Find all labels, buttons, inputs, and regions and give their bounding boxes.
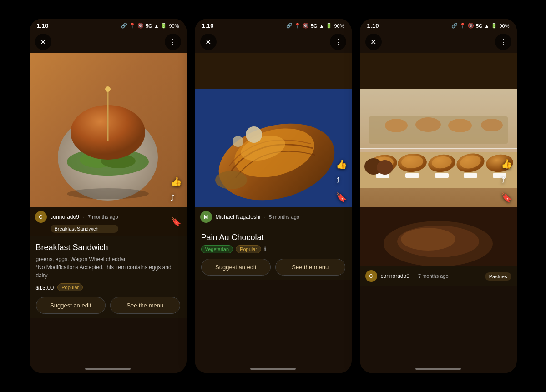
info-card-1: Breakfast Sandwich greens, eggs, Wagon W… bbox=[30, 236, 187, 318]
sandwich-image bbox=[30, 53, 187, 207]
status-bar-3: 1:10 🔗 📍 🔇 5G ▲ 🔋 90% bbox=[360, 19, 517, 31]
status-bar-1: 1:10 🔗 📍 🔇 5G ▲ 🔋 90% bbox=[30, 19, 187, 31]
close-button-3[interactable]: ✕ bbox=[365, 34, 382, 50]
location-icon: 📍 bbox=[129, 23, 136, 29]
svg-point-36 bbox=[377, 160, 393, 175]
see-menu-button-2[interactable]: See the menu bbox=[275, 259, 345, 276]
like-icon-3[interactable]: 👍 bbox=[501, 159, 512, 169]
bakery-image bbox=[360, 89, 517, 207]
user-time-val-2: 5 months ago bbox=[269, 214, 299, 220]
second-image-3 bbox=[360, 207, 517, 266]
user-info-3: C connorado9 · 7 months ago bbox=[365, 270, 449, 282]
food-title-1: Breakfast Sandwich bbox=[36, 243, 180, 252]
avatar-3: C bbox=[365, 270, 377, 282]
network-label-2: 5G bbox=[311, 23, 318, 29]
popular-badge-2: Popular bbox=[236, 245, 261, 253]
like-section-3: 👍 1 bbox=[501, 158, 512, 170]
user-col-1: C connorado9 · 7 months ago Breakfast Sa… bbox=[35, 211, 118, 233]
user-time-1: · bbox=[83, 214, 84, 220]
link-icon-3: 🔗 bbox=[451, 23, 458, 29]
croissant-image bbox=[195, 89, 352, 207]
suggest-edit-button-1[interactable]: Suggest an edit bbox=[36, 297, 106, 314]
mute-icon: 🔇 bbox=[137, 23, 144, 29]
status-icons-3: 🔗 📍 🔇 5G ▲ 🔋 90% bbox=[451, 23, 510, 29]
user-time-sep-3: · bbox=[413, 273, 415, 279]
image-actions-3: 👍 1 ⤴ 🔖 bbox=[501, 158, 512, 203]
dark-top-3 bbox=[360, 53, 517, 89]
category-tag-1: Breakfast Sandwich bbox=[51, 225, 118, 233]
battery-pct-3: 90% bbox=[499, 23, 509, 29]
screens-container: 1:10 🔗 📍 🔇 5G ▲ 🔋 90% ✕ ⋮ bbox=[20, 10, 526, 382]
svg-point-48 bbox=[401, 228, 455, 251]
battery-icon-3: 🔋 bbox=[491, 23, 497, 29]
popular-badge-1: Popular bbox=[57, 283, 83, 291]
status-time-3: 1:10 bbox=[367, 22, 379, 29]
user-time-val-1: 7 months ago bbox=[88, 214, 118, 220]
share-icon-2[interactable]: ⤴ bbox=[336, 176, 347, 186]
like-icon-2[interactable]: 👍 bbox=[336, 159, 347, 170]
svg-point-9 bbox=[105, 86, 111, 92]
user-bar-3: C connorado9 · 7 months ago Pastries bbox=[360, 266, 517, 286]
category-tag-3: Pastries bbox=[485, 272, 511, 281]
mute-icon-2: 🔇 bbox=[303, 23, 309, 29]
username-2: Michael Nagatoshi bbox=[216, 214, 261, 220]
user-bar-1: C connorado9 · 7 months ago Breakfast Sa… bbox=[30, 207, 187, 236]
bookmark-icon-floating-2[interactable]: 🔖 bbox=[336, 192, 347, 203]
btn-row-1: Suggest an edit See the menu bbox=[36, 297, 180, 314]
price-row-1: $13.00 Popular bbox=[36, 283, 180, 291]
svg-rect-32 bbox=[435, 173, 449, 178]
more-button-3[interactable]: ⋮ bbox=[495, 34, 511, 50]
close-button-2[interactable]: ✕ bbox=[200, 34, 217, 50]
svg-rect-31 bbox=[405, 173, 419, 178]
bookmark-icon-1[interactable]: 🔖 bbox=[171, 217, 181, 227]
battery-pct-2: 90% bbox=[334, 23, 344, 29]
svg-point-15 bbox=[246, 126, 262, 143]
see-menu-button-1[interactable]: See the menu bbox=[110, 297, 180, 314]
tags-row-2: Vegetarian Popular ℹ bbox=[201, 245, 345, 253]
home-indicator-1 bbox=[30, 364, 187, 373]
svg-rect-19 bbox=[360, 148, 517, 152]
mute-icon-3: 🔇 bbox=[468, 23, 474, 29]
user-time-val-3: 7 months ago bbox=[418, 273, 449, 279]
top-bar-1: ✕ ⋮ bbox=[30, 31, 187, 53]
suggest-edit-button-2[interactable]: Suggest an edit bbox=[201, 259, 271, 276]
status-icons-2: 🔗 📍 🔇 5G ▲ 🔋 90% bbox=[286, 23, 344, 29]
food-image-3: 👍 1 ⤴ 🔖 bbox=[360, 89, 517, 207]
signal-icon-3: ▲ bbox=[485, 23, 490, 29]
svg-point-10 bbox=[67, 188, 149, 199]
more-button-1[interactable]: ⋮ bbox=[165, 34, 181, 50]
btn-row-2: Suggest an edit See the menu bbox=[201, 259, 345, 276]
food-image-1: 👍 ⤴ bbox=[30, 53, 187, 207]
home-indicator-2 bbox=[195, 364, 352, 373]
veg-badge-2: Vegetarian bbox=[201, 245, 233, 253]
info-card-2: Pain Au Chocolat Vegetarian Popular ℹ Su… bbox=[195, 226, 352, 280]
food-image-2: 👍 ⤴ 🔖 bbox=[195, 89, 352, 207]
image-actions-2: 👍 ⤴ 🔖 bbox=[336, 159, 347, 203]
share-icon-3[interactable]: ⤴ bbox=[501, 176, 512, 186]
price-1: $13.00 bbox=[36, 284, 54, 291]
battery-icon: 🔋 bbox=[161, 23, 167, 29]
user-info-1: C connorado9 · 7 months ago bbox=[35, 211, 118, 223]
battery-icon-2: 🔋 bbox=[326, 23, 332, 29]
dark-top-2 bbox=[195, 53, 352, 89]
signal-icon-2: ▲ bbox=[319, 23, 324, 29]
user-info-2: M Michael Nagatoshi · 5 months ago bbox=[200, 211, 299, 223]
svg-point-17 bbox=[215, 171, 247, 189]
user-bar-2: M Michael Nagatoshi · 5 months ago bbox=[195, 207, 352, 226]
close-button-1[interactable]: ✕ bbox=[35, 34, 51, 50]
top-bar-3: ✕ ⋮ bbox=[360, 31, 517, 53]
svg-rect-43 bbox=[360, 89, 517, 148]
like-icon-1[interactable]: 👍 bbox=[171, 176, 182, 187]
more-button-2[interactable]: ⋮ bbox=[330, 34, 346, 50]
status-bar-2: 1:10 🔗 📍 🔇 5G ▲ 🔋 90% bbox=[195, 19, 352, 31]
user-time-sep-2: · bbox=[264, 214, 265, 220]
share-icon-1[interactable]: ⤴ bbox=[171, 193, 182, 203]
location-icon-3: 📍 bbox=[460, 23, 466, 29]
bookmark-icon-floating-3[interactable]: 🔖 bbox=[501, 192, 512, 203]
link-icon-2: 🔗 bbox=[286, 23, 293, 29]
network-label-3: 5G bbox=[476, 23, 483, 29]
home-bar-3 bbox=[415, 368, 461, 370]
status-icons-1: 🔗 📍 🔇 5G ▲ 🔋 90% bbox=[121, 23, 179, 29]
info-icon-2[interactable]: ℹ bbox=[264, 246, 266, 253]
top-bar-2: ✕ ⋮ bbox=[195, 31, 352, 53]
